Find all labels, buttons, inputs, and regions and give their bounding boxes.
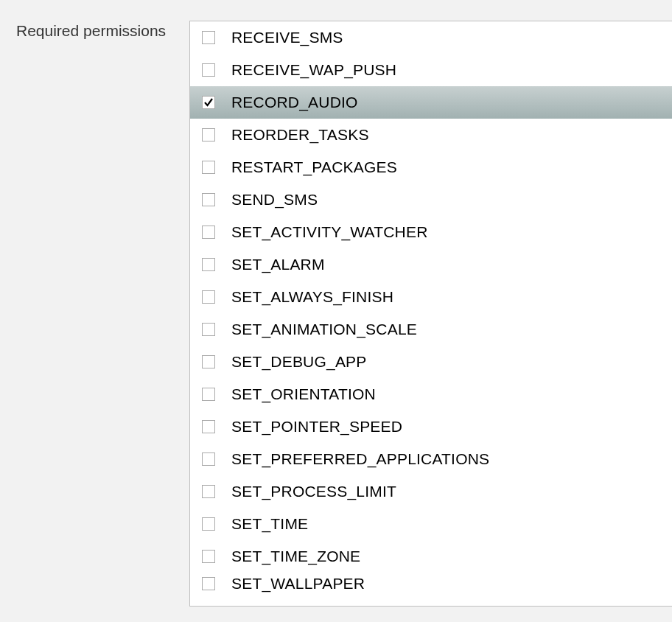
permission-item[interactable]: SET_DEBUG_APP	[190, 346, 672, 378]
permission-item[interactable]: RECEIVE_SMS	[190, 21, 672, 54]
permission-checkbox[interactable]	[202, 388, 215, 401]
permission-checkbox[interactable]	[202, 323, 215, 336]
permission-item[interactable]: SET_TIME	[190, 508, 672, 540]
permission-label: SET_ALARM	[231, 256, 325, 273]
permission-checkbox[interactable]	[202, 577, 215, 590]
permission-label: SET_WALLPAPER	[231, 575, 365, 593]
permission-item[interactable]: SET_ACTIVITY_WATCHER	[190, 216, 672, 248]
required-permissions-label: Required permissions	[16, 21, 189, 40]
permissions-listbox[interactable]: RECEIVE_SMSRECEIVE_WAP_PUSHRECORD_AUDIOR…	[189, 21, 672, 607]
permission-item[interactable]: SET_ALWAYS_FINISH	[190, 281, 672, 313]
permission-label: RECORD_AUDIO	[231, 94, 358, 111]
permission-label: SET_ORIENTATION	[231, 385, 376, 403]
permission-checkbox[interactable]	[202, 452, 215, 466]
permission-item[interactable]: SEND_SMS	[190, 184, 672, 216]
permission-item[interactable]: REORDER_TASKS	[190, 119, 672, 151]
permission-label: SET_PROCESS_LIMIT	[231, 483, 396, 500]
permission-label: RESTART_PACKAGES	[231, 158, 397, 176]
permission-checkbox[interactable]	[202, 226, 215, 239]
permission-label: REORDER_TASKS	[231, 126, 369, 144]
permission-label: SET_POINTER_SPEED	[231, 418, 402, 436]
permission-item[interactable]: SET_WALLPAPER	[190, 573, 672, 595]
permission-checkbox[interactable]	[202, 96, 215, 109]
permission-label: RECEIVE_SMS	[231, 29, 343, 46]
permission-label: SET_ACTIVITY_WATCHER	[231, 223, 428, 241]
permission-checkbox[interactable]	[202, 63, 215, 77]
permission-checkbox[interactable]	[202, 258, 215, 271]
permission-checkbox[interactable]	[202, 128, 215, 141]
permission-checkbox[interactable]	[202, 193, 215, 206]
permission-checkbox[interactable]	[202, 31, 215, 44]
permission-item[interactable]: RECORD_AUDIO	[190, 86, 672, 119]
permission-item[interactable]: RECEIVE_WAP_PUSH	[190, 54, 672, 86]
permission-item[interactable]: SET_POINTER_SPEED	[190, 410, 672, 443]
permission-item[interactable]: SET_TIME_ZONE	[190, 540, 672, 573]
permission-label: SET_TIME_ZONE	[231, 548, 360, 565]
permission-label: RECEIVE_WAP_PUSH	[231, 61, 396, 79]
permission-checkbox[interactable]	[202, 420, 215, 433]
permission-checkbox[interactable]	[202, 290, 215, 304]
permission-label: SET_ANIMATION_SCALE	[231, 321, 417, 338]
permission-item[interactable]: SET_ANIMATION_SCALE	[190, 313, 672, 346]
permission-item[interactable]: SET_ALARM	[190, 248, 672, 281]
permission-item[interactable]: SET_PREFERRED_APPLICATIONS	[190, 443, 672, 475]
permission-item[interactable]: SET_ORIENTATION	[190, 378, 672, 410]
permission-checkbox[interactable]	[202, 355, 215, 368]
permission-checkbox[interactable]	[202, 161, 215, 174]
permission-item[interactable]: RESTART_PACKAGES	[190, 151, 672, 184]
permission-item[interactable]: SET_PROCESS_LIMIT	[190, 475, 672, 508]
permission-label: SET_ALWAYS_FINISH	[231, 288, 393, 306]
permission-label: SEND_SMS	[231, 191, 318, 209]
permission-checkbox[interactable]	[202, 550, 215, 563]
permission-label: SET_TIME	[231, 515, 308, 533]
permission-checkbox[interactable]	[202, 485, 215, 498]
permission-checkbox[interactable]	[202, 517, 215, 531]
permission-label: SET_PREFERRED_APPLICATIONS	[231, 450, 489, 468]
permission-label: SET_DEBUG_APP	[231, 353, 367, 371]
